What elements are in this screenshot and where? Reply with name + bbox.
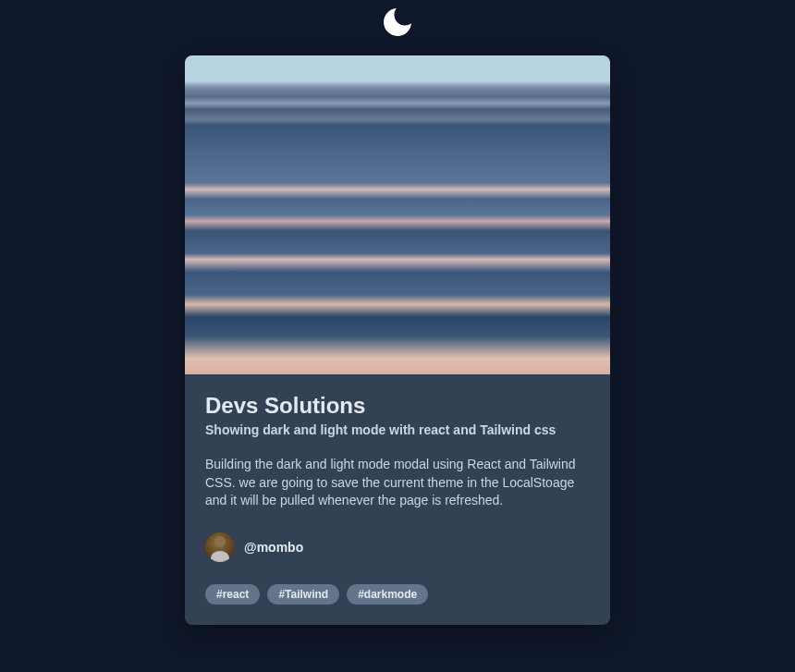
tag-darkmode[interactable]: #darkmode (347, 584, 428, 605)
tag-tailwind[interactable]: #Tailwind (267, 584, 339, 605)
moon-icon (379, 4, 416, 41)
card-subtitle: Showing dark and light mode with react a… (205, 422, 590, 437)
card-hero-image (185, 55, 610, 374)
card-content: Devs Solutions Showing dark and light mo… (185, 374, 610, 625)
article-card: Devs Solutions Showing dark and light mo… (185, 55, 610, 625)
author-handle: @mombo (244, 540, 303, 555)
author-section: @mombo (205, 532, 590, 562)
tag-react[interactable]: #react (205, 584, 260, 605)
card-title: Devs Solutions (205, 393, 590, 419)
avatar (205, 532, 235, 562)
tags-container: #react #Tailwind #darkmode (205, 584, 590, 605)
theme-toggle-button[interactable] (379, 4, 416, 41)
card-description: Building the dark and light mode modal u… (205, 456, 590, 510)
